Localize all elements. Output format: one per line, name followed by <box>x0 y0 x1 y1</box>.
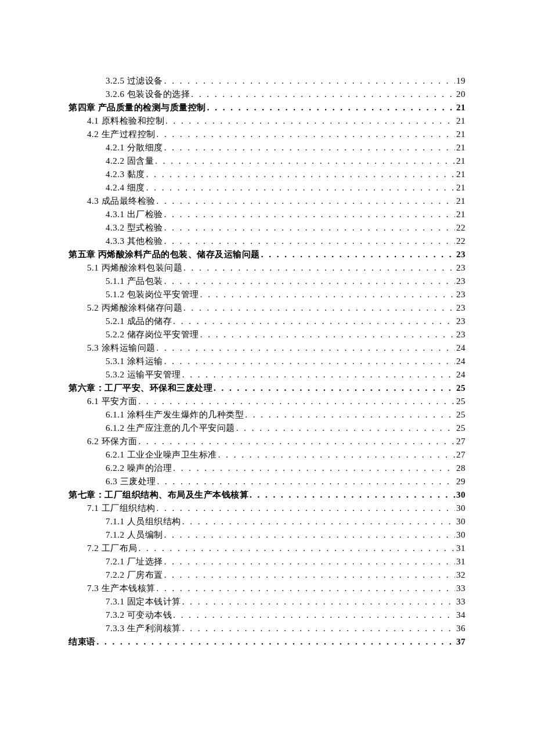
toc-entry-page: 23 <box>456 248 466 261</box>
toc-entry-page: 30 <box>456 528 466 542</box>
toc-entry-text: 6.1.1 涂料生产发生爆炸的几种类型 <box>106 408 244 422</box>
toc-entry: 5.3 涂料运输问题. . . . . . . . . . . . . . . … <box>68 341 466 355</box>
toc-leader-dots: . . . . . . . . . . . . . . . . . . . . … <box>182 622 455 635</box>
toc-entry: 5.1.2 包装岗位平安管理. . . . . . . . . . . . . … <box>68 288 466 301</box>
toc-entry: 第七章：工厂组织结构、布局及生产本钱核算. . . . . . . . . . … <box>68 488 466 502</box>
toc-leader-dots: . . . . . . . . . . . . . . . . . . . . … <box>164 568 455 582</box>
toc-entry-page: 21 <box>456 181 466 195</box>
toc-entry-page: 23 <box>456 301 466 315</box>
toc-entry-text: 第四章 产品质量的检测与质量控制 <box>68 101 206 114</box>
toc-leader-dots: . . . . . . . . . . . . . . . . . . . . … <box>139 395 456 408</box>
toc-entry: 7.1 工厂组织结构. . . . . . . . . . . . . . . … <box>68 502 466 515</box>
toc-entry: 7.1.2 人员编制. . . . . . . . . . . . . . . … <box>68 528 466 542</box>
toc-entry: 6.1.2 生产应注意的几个平安问题. . . . . . . . . . . … <box>68 422 466 435</box>
toc-leader-dots: . . . . . . . . . . . . . . . . . . . . … <box>157 475 456 488</box>
toc-entry-text: 7.1.2 人员编制 <box>106 528 163 542</box>
toc-entry: 4.2.2 固含量. . . . . . . . . . . . . . . .… <box>68 154 466 168</box>
toc-entry-page: 27 <box>456 448 466 462</box>
toc-entry-page: 21 <box>456 168 466 181</box>
toc-entry-text: 4.2.4 细度 <box>106 181 145 195</box>
toc-entry-page: 24 <box>456 341 466 355</box>
toc-leader-dots: . . . . . . . . . . . . . . . . . . . . … <box>164 275 455 288</box>
toc-entry-page: 21 <box>456 101 466 114</box>
toc-entry-text: 第六章：工厂平安、环保和三废处理 <box>68 381 212 395</box>
toc-entry-page: 31 <box>456 555 466 568</box>
toc-entry-page: 30 <box>456 515 466 528</box>
toc-leader-dots: . . . . . . . . . . . . . . . . . . . . … <box>146 181 455 195</box>
toc-leader-dots: . . . . . . . . . . . . . . . . . . . . … <box>157 582 456 595</box>
toc-entry: 4.3 成品最终检验. . . . . . . . . . . . . . . … <box>68 195 466 208</box>
toc-entry: 第五章 丙烯酸涂料产品的包装、储存及运输问题. . . . . . . . . … <box>68 248 466 261</box>
toc-entry-page: 21 <box>456 114 466 128</box>
toc-entry-page: 31 <box>456 542 466 555</box>
toc-entry-page: 23 <box>456 288 466 301</box>
toc-entry-page: 21 <box>456 154 466 168</box>
toc-entry-page: 21 <box>456 141 466 154</box>
toc-leader-dots: . . . . . . . . . . . . . . . . . . . . … <box>200 328 455 341</box>
toc-entry-text: 第五章 丙烯酸涂料产品的包装、储存及运输问题 <box>68 248 260 261</box>
toc-entry-text: 第七章：工厂组织结构、布局及生产本钱核算 <box>68 488 248 502</box>
toc-entry: 第四章 产品质量的检测与质量控制. . . . . . . . . . . . … <box>68 101 466 114</box>
toc-entry: 4.3.3 其他检验. . . . . . . . . . . . . . . … <box>68 235 466 248</box>
toc-entry: 7.3 生产本钱核算. . . . . . . . . . . . . . . … <box>68 582 466 595</box>
toc-entry: 7.2.2 厂房布置. . . . . . . . . . . . . . . … <box>68 568 466 582</box>
toc-leader-dots: . . . . . . . . . . . . . . . . . . . . … <box>164 221 455 235</box>
toc-entry-text: 4.3 成品最终检验 <box>87 195 156 208</box>
toc-leader-dots: . . . . . . . . . . . . . . . . . . . . … <box>97 635 456 649</box>
toc-entry: 7.2.1 厂址选择. . . . . . . . . . . . . . . … <box>68 555 466 568</box>
toc-entry-page: 24 <box>456 368 466 381</box>
toc-entry-text: 3.2.5 过滤设备 <box>106 74 163 88</box>
toc-leader-dots: . . . . . . . . . . . . . . . . . . . . … <box>139 542 456 555</box>
toc-entry-text: 5.2.2 储存岗位平安管理 <box>106 328 199 341</box>
toc-entry: 5.3.2 运输平安管理. . . . . . . . . . . . . . … <box>68 368 466 381</box>
toc-entry-text: 4.3.3 其他检验 <box>106 235 163 248</box>
toc-entry-page: 29 <box>456 475 466 488</box>
toc-entry-page: 23 <box>456 315 466 328</box>
toc-leader-dots: . . . . . . . . . . . . . . . . . . . . … <box>155 154 455 168</box>
toc-entry-text: 4.3.1 出厂检验 <box>106 208 163 221</box>
toc-leader-dots: . . . . . . . . . . . . . . . . . . . . … <box>164 355 455 368</box>
toc-entry-text: 5.1.2 包装岗位平安管理 <box>106 288 199 301</box>
toc-entry: 4.3.2 型式检验. . . . . . . . . . . . . . . … <box>68 221 466 235</box>
toc-leader-dots: . . . . . . . . . . . . . . . . . . . . … <box>207 101 455 114</box>
toc-leader-dots: . . . . . . . . . . . . . . . . . . . . … <box>173 609 455 622</box>
toc-entry: 7.3.2 可变动本钱. . . . . . . . . . . . . . .… <box>68 609 466 622</box>
toc-entry-text: 5.3.2 运输平安管理 <box>106 368 181 381</box>
toc-entry-page: 19 <box>456 74 466 88</box>
toc-entry: 7.3.1 固定本钱计算. . . . . . . . . . . . . . … <box>68 595 466 609</box>
toc-entry-text: 7.3.3 生产利润核算 <box>106 622 181 635</box>
toc-entry-page: 28 <box>456 462 466 475</box>
toc-leader-dots: . . . . . . . . . . . . . . . . . . . . … <box>200 288 455 301</box>
toc-leader-dots: . . . . . . . . . . . . . . . . . . . . … <box>164 235 455 248</box>
toc-entry-text: 7.1 工厂组织结构 <box>87 502 156 515</box>
toc-entry-text: 6.2.2 噪声的治理 <box>106 462 172 475</box>
toc-entry: 4.2.1 分散细度. . . . . . . . . . . . . . . … <box>68 141 466 154</box>
toc-leader-dots: . . . . . . . . . . . . . . . . . . . . … <box>164 555 455 568</box>
toc-entry: 4.2.3 黏度. . . . . . . . . . . . . . . . … <box>68 168 466 181</box>
toc-entry-text: 7.3.1 固定本钱计算 <box>106 595 181 609</box>
toc-leader-dots: . . . . . . . . . . . . . . . . . . . . … <box>164 141 455 154</box>
toc-entry: 6.2.2 噪声的治理. . . . . . . . . . . . . . .… <box>68 462 466 475</box>
toc-leader-dots: . . . . . . . . . . . . . . . . . . . . … <box>245 408 455 422</box>
toc-leader-dots: . . . . . . . . . . . . . . . . . . . . … <box>214 381 455 395</box>
toc-entry-text: 5.2.1 成品的储存 <box>106 315 172 328</box>
toc-entry-page: 22 <box>456 235 466 248</box>
toc-entry: 6.1 平安方面. . . . . . . . . . . . . . . . … <box>68 395 466 408</box>
toc-entry-page: 33 <box>456 582 466 595</box>
toc-entry-text: 7.3.2 可变动本钱 <box>106 609 172 622</box>
toc-entry: 7.2 工厂布局. . . . . . . . . . . . . . . . … <box>68 542 466 555</box>
toc-entry-page: 37 <box>456 635 466 649</box>
toc-entry-text: 5.1 丙烯酸涂料包装问题 <box>87 261 182 275</box>
toc-entry: 4.2 生产过程控制. . . . . . . . . . . . . . . … <box>68 128 466 141</box>
toc-entry-page: 25 <box>456 381 466 395</box>
toc-entry-page: 30 <box>456 488 466 502</box>
toc-entry-text: 5.1.1 产品包装 <box>106 275 163 288</box>
toc-leader-dots: . . . . . . . . . . . . . . . . . . . . … <box>173 315 455 328</box>
toc-entry: 3.2.6 包装设备的选择. . . . . . . . . . . . . .… <box>68 88 466 101</box>
toc-entry-text: 6.3 三废处理 <box>106 475 156 488</box>
toc-entry: 4.1 原料检验和控制. . . . . . . . . . . . . . .… <box>68 114 466 128</box>
toc-entry: 6.2.1 工业企业噪声卫生标准. . . . . . . . . . . . … <box>68 448 466 462</box>
toc-entry-page: 21 <box>456 195 466 208</box>
toc-leader-dots: . . . . . . . . . . . . . . . . . . . . … <box>157 195 456 208</box>
toc-leader-dots: . . . . . . . . . . . . . . . . . . . . … <box>183 301 455 315</box>
